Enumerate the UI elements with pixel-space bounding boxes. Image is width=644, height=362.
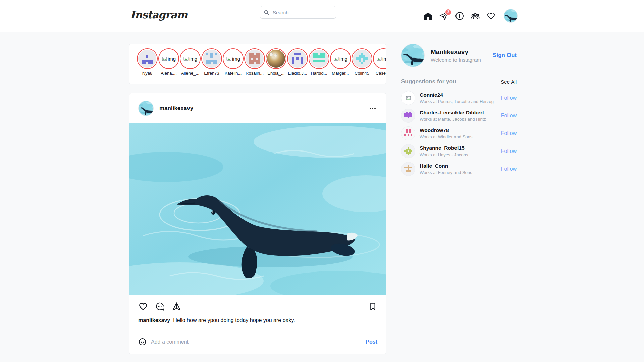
right-sidebar: Manlikexavy Welcome to Instagram Sign Ou…	[401, 44, 517, 176]
caption-username[interactable]: manlikexavy	[138, 317, 170, 323]
post-image[interactable]	[129, 123, 386, 295]
stories-track: Nya8 img Alena.... img Allene_... Efren7…	[129, 44, 386, 76]
post-comment-button[interactable]: Post	[366, 339, 377, 345]
story-item[interactable]: Rosalin...	[244, 48, 265, 76]
story-item[interactable]: img Margar...	[330, 48, 351, 76]
profile-subtitle: Welcome to Instagram	[431, 57, 481, 63]
home-icon[interactable]	[423, 11, 433, 21]
story-item[interactable]: Colin45	[352, 48, 372, 76]
stories-card: Nya8 img Alena.... img Allene_... Efren7…	[129, 44, 386, 84]
suggestion-subtitle: Works at Feeney and Sons	[420, 170, 472, 175]
suggestion-username[interactable]: Charles.Leuschke-Dibbert	[420, 110, 486, 116]
emoji-icon[interactable]	[138, 338, 147, 346]
profile-avatar[interactable]	[401, 44, 425, 67]
story-ring: img	[330, 48, 351, 69]
nav-profile-avatar[interactable]	[504, 9, 518, 23]
story-avatar	[246, 50, 264, 68]
follow-button[interactable]: Follow	[501, 95, 517, 101]
post-card: manlikexavy manlikexavyHello how are ypo…	[129, 93, 386, 354]
story-item[interactable]: img Alena....	[158, 48, 179, 76]
suggestion-username[interactable]: Halle_Conn	[420, 163, 472, 169]
post-author-username[interactable]: manlikexavy	[159, 105, 193, 112]
post-author-avatar[interactable]	[138, 101, 154, 116]
story-ring	[244, 48, 265, 69]
messages-icon[interactable]: 3	[439, 11, 449, 21]
suggestion-row: Shyanne_Robel15 Works at Hayes - Jacobs …	[401, 144, 517, 158]
new-post-icon[interactable]	[454, 11, 465, 21]
identicon-avatar	[404, 129, 413, 138]
follow-button[interactable]: Follow	[501, 148, 517, 154]
story-username: Harold...	[311, 71, 327, 76]
suggestion-subtitle: Works at Hayes - Jacobs	[420, 152, 468, 157]
story-item[interactable]: Efren73	[201, 48, 222, 76]
broken-image-alt: img	[382, 56, 386, 62]
story-username: Alena....	[161, 71, 177, 76]
story-avatar	[138, 50, 156, 68]
photo-avatar-detail	[274, 54, 277, 57]
follow-button[interactable]: Follow	[501, 130, 517, 136]
sign-out-button[interactable]: Sign Out	[493, 52, 517, 59]
story-avatar	[203, 50, 221, 68]
nav-icon-group: 3	[423, 0, 518, 32]
top-navbar: Instagram 3	[0, 0, 644, 32]
comment-input[interactable]	[151, 339, 361, 345]
story-item[interactable]: Eladio.J...	[287, 48, 308, 76]
story-ring: img	[180, 48, 201, 69]
suggestions-header: Suggestions for you See All	[401, 78, 517, 85]
story-username: Katelin...	[225, 71, 242, 76]
story-avatar: img	[181, 50, 199, 68]
broken-image-alt: img	[232, 56, 240, 62]
story-avatar: img	[160, 50, 178, 68]
story-username: Allene_...	[181, 71, 199, 76]
bookmark-icon[interactable]	[368, 302, 377, 311]
suggestion-avatar	[401, 126, 415, 140]
story-avatar	[310, 50, 328, 68]
post-options-icon[interactable]	[368, 104, 377, 113]
suggestion-subtitle: Works at Windler and Sons	[420, 134, 472, 139]
story-ring	[137, 48, 158, 69]
suggestions-title: Suggestions for you	[401, 78, 456, 85]
identicon-avatar	[142, 53, 153, 64]
instagram-logo[interactable]: Instagram	[130, 9, 187, 21]
search-input[interactable]	[273, 10, 326, 15]
search-bar[interactable]	[260, 6, 336, 19]
suggestion-username[interactable]: Shyanne_Robel15	[420, 145, 468, 151]
story-item[interactable]: Enola_...	[266, 48, 286, 76]
activity-icon[interactable]	[486, 11, 496, 21]
story-item[interactable]: img Allene_...	[180, 48, 201, 76]
follow-button[interactable]: Follow	[501, 113, 517, 119]
broken-image-icon	[333, 56, 339, 62]
broken-image-alt: img	[189, 56, 197, 62]
suggestion-username[interactable]: Connie24	[420, 92, 494, 98]
story-username: Casey...	[376, 71, 386, 76]
story-item[interactable]: Nya8	[137, 48, 158, 76]
follow-button[interactable]: Follow	[501, 166, 517, 172]
story-item[interactable]: img Casey...	[373, 48, 386, 76]
story-ring	[287, 48, 308, 69]
profile-name[interactable]: Manlikexavy	[431, 48, 481, 56]
identicon-avatar	[313, 53, 324, 64]
suggestion-username[interactable]: Woodrow78	[420, 127, 472, 133]
broken-image-alt: img	[339, 56, 347, 62]
community-icon[interactable]	[470, 11, 480, 21]
story-item[interactable]: Harold...	[309, 48, 329, 76]
suggestion-avatar	[401, 91, 415, 105]
story-avatar	[267, 50, 285, 68]
story-ring: img	[158, 48, 179, 69]
story-username: Margar...	[332, 71, 349, 76]
profile-row: Manlikexavy Welcome to Instagram Sign Ou…	[401, 44, 517, 67]
identicon-avatar	[292, 53, 303, 64]
photo-avatar-detail	[270, 52, 273, 56]
suggestion-row: Woodrow78 Works at Windler and Sons Foll…	[401, 126, 517, 140]
story-item[interactable]: img Katelin...	[223, 48, 244, 76]
like-icon[interactable]	[138, 302, 148, 311]
suggestion-row: Charles.Leuschke-Dibbert Works at Mante,…	[401, 109, 517, 123]
see-all-button[interactable]: See All	[501, 79, 517, 85]
story-avatar: img	[224, 50, 242, 68]
share-icon[interactable]	[172, 302, 181, 311]
suggestion-subtitle: Works at Mante, Jacobs and Hintz	[420, 117, 486, 122]
story-username: Enola_...	[267, 71, 284, 76]
broken-image-icon	[376, 56, 382, 62]
story-username: Rosalin...	[246, 71, 264, 76]
comment-icon[interactable]	[155, 302, 165, 311]
